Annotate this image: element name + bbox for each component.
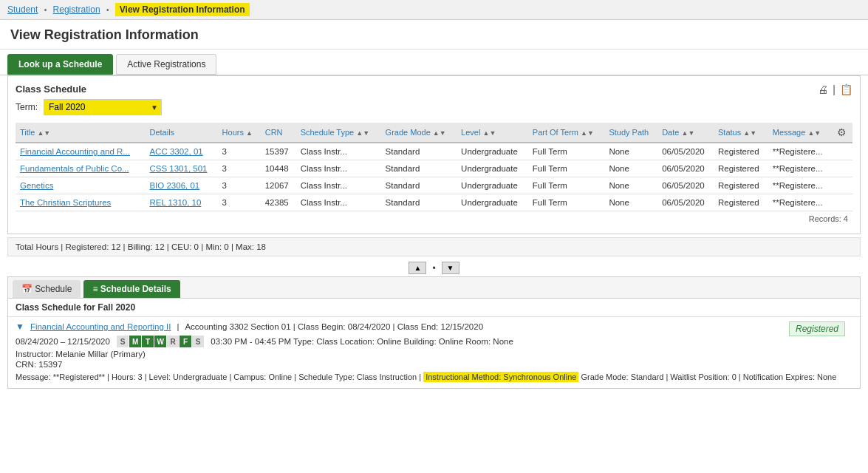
cell-study-path: None [604,194,657,211]
cell-hours: 3 [218,177,261,194]
tab-lookup-schedule[interactable]: Look up a Schedule [7,54,113,75]
cell-level: Undergraduate [457,177,528,194]
cell-level: Undergraduate [457,143,528,160]
detail-crn: CRN: 15397 [16,360,852,369]
print-icon[interactable]: 🖨 [818,84,828,95]
instructor-link[interactable]: Melanie Millar [55,350,108,358]
class-schedule-for-label: Class Schedule for Fall 2020 [8,299,860,317]
cell-hours: 3 [218,143,261,160]
scroll-down-button[interactable]: ▼ [442,262,459,274]
registered-badge: Registered [789,321,845,336]
detail-date-range: 08/24/2020 – 12/15/2020 [16,337,110,346]
term-label: Term: [16,102,38,112]
cell-title: Fundamentals of Public Co... [16,160,145,177]
detail-toggle[interactable]: ▼ [16,321,24,332]
tab-schedule-label: Schedule [35,284,72,294]
message-line: Message: **Registered** | Hours: 3 | Lev… [16,372,421,381]
cell-crn: 10448 [261,160,296,177]
col-title[interactable]: Title ▲▼ [16,123,145,143]
detail-course-link[interactable]: Financial Accounting and Reporting II [30,322,171,331]
cell-part-of-term: Full Term [528,194,605,211]
col-details[interactable]: Details [145,123,217,143]
detail-time: 03:30 PM - 04:45 PM [211,337,291,346]
breadcrumb: Student • Registration • View Registrati… [0,0,868,20]
cell-status: Registered [714,143,768,160]
cell-details: REL 1310, 10 [145,194,217,211]
cell-details: ACC 3302, 01 [145,143,217,160]
cell-crn: 12067 [261,177,296,194]
detail-link[interactable]: REL 1310, 10 [149,198,201,207]
instructor-label: Instructor: [16,350,53,358]
cell-message: **Registere... [768,143,833,160]
detail-row1: ▼ Financial Accounting and Reporting II … [16,321,852,332]
col-gear[interactable]: ⚙ [833,123,852,143]
detail-link[interactable]: BIO 2306, 01 [149,181,199,190]
table-row: Genetics BIO 2306, 01 3 12067 Class Inst… [16,177,852,194]
col-message[interactable]: Message ▲▼ [768,123,833,143]
day-cell-r: R [167,336,179,347]
col-hours[interactable]: Hours ▲ [218,123,261,143]
term-select[interactable]: Fall 2020 [44,99,162,115]
crn-value: 15397 [38,360,62,369]
cell-grade-mode: Standard [381,194,457,211]
export-icon[interactable]: 📋 [840,84,852,95]
bottom-tabs: 📅 Schedule ≡ Schedule Details [8,277,860,299]
cell-schedule-type: Class Instr... [296,143,381,160]
cell-date: 06/05/2020 [657,143,714,160]
cell-part-of-term: Full Term [528,160,605,177]
cell-date: 06/05/2020 [657,177,714,194]
tab-schedule[interactable]: 📅 Schedule [13,280,81,298]
cell-level: Undergraduate [457,160,528,177]
breadcrumb-student[interactable]: Student [7,4,38,15]
cell-study-path: None [604,177,657,194]
cell-status: Registered [714,160,768,177]
course-link[interactable]: Genetics [20,181,53,190]
col-date[interactable]: Date ▲▼ [657,123,714,143]
header-icons: 🖨 | 📋 [818,84,852,95]
col-status[interactable]: Status ▲▼ [714,123,768,143]
cell-schedule-type: Class Instr... [296,160,381,177]
course-link[interactable]: The Christian Scriptures [20,198,111,207]
col-schedule-type[interactable]: Schedule Type ▲▼ [296,123,381,143]
cell-status: Registered [714,177,768,194]
instructor-type: (Primary) [110,350,145,358]
class-schedule-table: Title ▲▼ Details Hours ▲ CRN Schedule Ty… [16,123,852,211]
col-level[interactable]: Level ▲▼ [457,123,528,143]
cell-grade-mode: Standard [381,143,457,160]
detail-instructor: Instructor: Melanie Millar (Primary) [16,350,852,358]
col-part-of-term[interactable]: Part Of Term ▲▼ [528,123,605,143]
tab-schedule-details[interactable]: ≡ Schedule Details [83,280,180,298]
cell-date: 06/05/2020 [657,160,714,177]
cell-study-path: None [604,143,657,160]
breadcrumb-registration[interactable]: Registration [53,4,100,15]
term-select-wrapper: Fall 2020 [44,99,162,115]
scroll-up-button[interactable]: ▲ [409,262,426,274]
cell-part-of-term: Full Term [528,143,605,160]
bottom-section: 📅 Schedule ≡ Schedule Details Class Sche… [7,276,861,389]
course-link[interactable]: Financial Accounting and R... [20,147,130,156]
schedule-title: Class Schedule [16,84,162,95]
course-link[interactable]: Fundamentals of Public Co... [20,164,129,173]
cell-hours: 3 [218,160,261,177]
crn-label: CRN: [16,360,36,369]
cell-details: CSS 1301, 501 [145,160,217,177]
tab-active-registrations[interactable]: Active Registrations [116,54,216,75]
cell-schedule-type: Class Instr... [296,177,381,194]
detail-course-info: Accounting 3302 Section 01 | Class Begin… [185,322,483,331]
schedule-title-area: Class Schedule Term: Fall 2020 [16,84,162,123]
detail-link[interactable]: ACC 3302, 01 [149,147,202,156]
records-count: Records: 4 [16,211,852,226]
main-content: Class Schedule Term: Fall 2020 🖨 | 📋 Tit… [7,75,861,234]
table-header-row: Title ▲▼ Details Hours ▲ CRN Schedule Ty… [16,123,852,143]
detail-link[interactable]: CSS 1301, 501 [149,164,207,173]
scroll-dot: • [432,263,435,273]
day-cell-s: S [192,336,204,347]
cell-title: The Christian Scriptures [16,194,145,211]
cell-crn: 42385 [261,194,296,211]
cell-message: **Registere... [768,194,833,211]
col-study-path[interactable]: Study Path [604,123,657,143]
cell-title: Genetics [16,177,145,194]
cell-hours: 3 [218,194,261,211]
cell-grade-mode: Standard [381,177,457,194]
col-grade-mode[interactable]: Grade Mode ▲▼ [381,123,457,143]
